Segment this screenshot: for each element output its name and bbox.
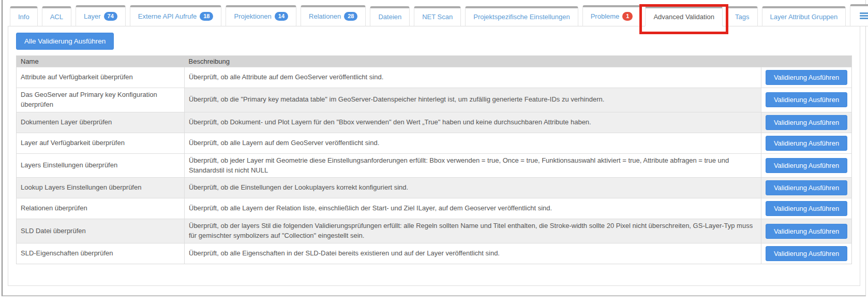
tab-bar: Info ACL Layer 74 Externe API Aufrufe 18… [8, 0, 860, 26]
name-cell: Attribute auf Verfügbarkeit überprüfen [17, 67, 185, 88]
table-row: Attribute auf Verfügbarkeit überprüfen Ü… [17, 67, 852, 88]
tab-relationen[interactable]: Relationen 28 [301, 5, 366, 26]
tab-label: Probleme [591, 12, 620, 20]
description-cell: Überprüft, ob Dokument- und Plot Layern … [185, 112, 761, 133]
count-badge: 74 [104, 12, 117, 21]
description-cell: Überprüft, ob der layers Stil die folgen… [185, 219, 761, 243]
tab-projektionen[interactable]: Projektionen 14 [226, 5, 296, 26]
validierung-ausfuehren-button[interactable]: Validierung Ausführen [766, 92, 847, 107]
action-cell: Validierung Ausführen [761, 219, 852, 243]
description-cell: Überprüft, ob die "Primary key metadata … [185, 88, 761, 112]
tab-tags[interactable]: Tags [727, 6, 757, 26]
action-cell: Validierung Ausführen [761, 67, 852, 88]
tab-dateien[interactable]: Dateien [370, 6, 410, 26]
tab-menu-dropdown[interactable] [850, 4, 868, 26]
name-cell: Dokumenten Layer überprüfen [17, 112, 185, 133]
table-row: Lookup Layers Einstellungen überprüfen Ü… [17, 178, 852, 198]
tab-content-panel: Alle Validierung Ausführen Name Beschrei… [8, 26, 860, 286]
window-frame: Info ACL Layer 74 Externe API Aufrufe 18… [2, 0, 866, 296]
table-row: Layer auf Verfügbarkeit überprüfen Überp… [17, 133, 852, 153]
tab-externe-api-aufrufe[interactable]: Externe API Aufrufe 18 [130, 5, 222, 26]
description-cell: Überprüft, ob alle Layern auf dem GeoSer… [185, 133, 761, 153]
action-cell: Validierung Ausführen [761, 88, 852, 112]
validierung-ausfuehren-button[interactable]: Validierung Ausführen [766, 246, 847, 261]
table-row: Relationen überprüfen Überprüft, ob alle… [17, 198, 852, 219]
count-badge: 18 [200, 12, 213, 21]
validierung-ausfuehren-button[interactable]: Validierung Ausführen [766, 136, 847, 151]
tab-advanced-validation[interactable]: Advanced Validation [645, 6, 723, 26]
tab-info[interactable]: Info [10, 6, 38, 26]
run-all-validations-button[interactable]: Alle Validierung Ausführen [16, 33, 114, 50]
action-cell: Validierung Ausführen [761, 243, 852, 264]
name-cell: Layers Einstellungen überprüfen [17, 153, 185, 178]
validierung-ausfuehren-button[interactable]: Validierung Ausführen [766, 158, 847, 173]
name-cell: Das GeoServer auf Primary key Konfigurat… [17, 88, 185, 112]
action-cell: Validierung Ausführen [761, 112, 852, 133]
name-cell: SLD Datei überprüfen [17, 219, 185, 243]
tab-label: Projektspezifische Einstellungen [473, 13, 570, 21]
column-header-name: Name [17, 56, 185, 67]
tab-layer-attribut-gruppen[interactable]: Layer Attribut Gruppen [762, 6, 846, 26]
tab-label: Info [18, 13, 29, 21]
tab-label: Relationen [309, 12, 341, 20]
validierung-ausfuehren-button[interactable]: Validierung Ausführen [766, 70, 847, 85]
hamburger-menu-icon [860, 11, 868, 20]
description-cell: Überprüft, ob alle Layern der Relation l… [185, 198, 761, 219]
tab-label: Tags [735, 13, 749, 21]
table-row: Layers Einstellungen überprüfen Überprüf… [17, 153, 852, 178]
action-cell: Validierung Ausführen [761, 198, 852, 219]
action-cell: Validierung Ausführen [761, 153, 852, 178]
description-cell: Überprüft, ob alle Eigenschaften in der … [185, 243, 761, 264]
tab-label: ACL [50, 13, 63, 21]
description-cell: Überprüft, ob jeder Layer mit Geometrie … [185, 153, 761, 178]
count-badge: 28 [344, 12, 357, 21]
tab-label: Dateien [378, 13, 401, 21]
tab-label: NET Scan [422, 13, 453, 21]
name-cell: Lookup Layers Einstellungen überprüfen [17, 178, 185, 198]
tab-acl[interactable]: ACL [42, 6, 71, 26]
table-row: SLD Datei überprüfen Überprüft, ob der l… [17, 219, 852, 243]
column-header-beschreibung: Beschreibung [185, 56, 761, 67]
validierung-ausfuehren-button[interactable]: Validierung Ausführen [766, 224, 847, 239]
tab-projektspezifische-einstellungen[interactable]: Projektspezifische Einstellungen [465, 6, 578, 26]
action-cell: Validierung Ausführen [761, 133, 852, 153]
tab-layer[interactable]: Layer 74 [76, 5, 126, 26]
validierung-ausfuehren-button[interactable]: Validierung Ausführen [766, 201, 847, 216]
tab-label: Advanced Validation [653, 13, 714, 21]
tab-label: Layer [84, 12, 101, 20]
tab-label: Layer Attribut Gruppen [770, 13, 838, 21]
table-row: Das GeoServer auf Primary key Konfigurat… [17, 88, 852, 112]
name-cell: SLD-Eigenschaften überprüfen [17, 243, 185, 264]
table-row: Dokumenten Layer überprüfen Überprüft, o… [17, 112, 852, 133]
name-cell: Layer auf Verfügbarkeit überprüfen [17, 133, 185, 153]
tab-net-scan[interactable]: NET Scan [414, 6, 461, 26]
table-row: SLD-Eigenschaften überprüfen Überprüft, … [17, 243, 852, 264]
count-badge: 14 [275, 12, 288, 21]
validierung-ausfuehren-button[interactable]: Validierung Ausführen [766, 115, 847, 130]
validierung-ausfuehren-button[interactable]: Validierung Ausführen [766, 180, 847, 195]
tab-label: Projektionen [234, 12, 271, 20]
name-cell: Relationen überprüfen [17, 198, 185, 219]
count-badge: 1 [622, 12, 633, 21]
table-header-row: Name Beschreibung [17, 56, 852, 67]
column-header-actions [761, 56, 852, 67]
tab-label: Externe API Aufrufe [138, 12, 197, 20]
action-cell: Validierung Ausführen [761, 178, 852, 198]
tab-probleme[interactable]: Probleme 1 [582, 5, 641, 26]
description-cell: Überprüft, ob die Einstellungen der Look… [185, 178, 761, 198]
validation-table: Name Beschreibung Attribute auf Verfügba… [16, 55, 852, 264]
description-cell: Überprüft, ob alle Attribute auf dem Geo… [185, 67, 761, 88]
